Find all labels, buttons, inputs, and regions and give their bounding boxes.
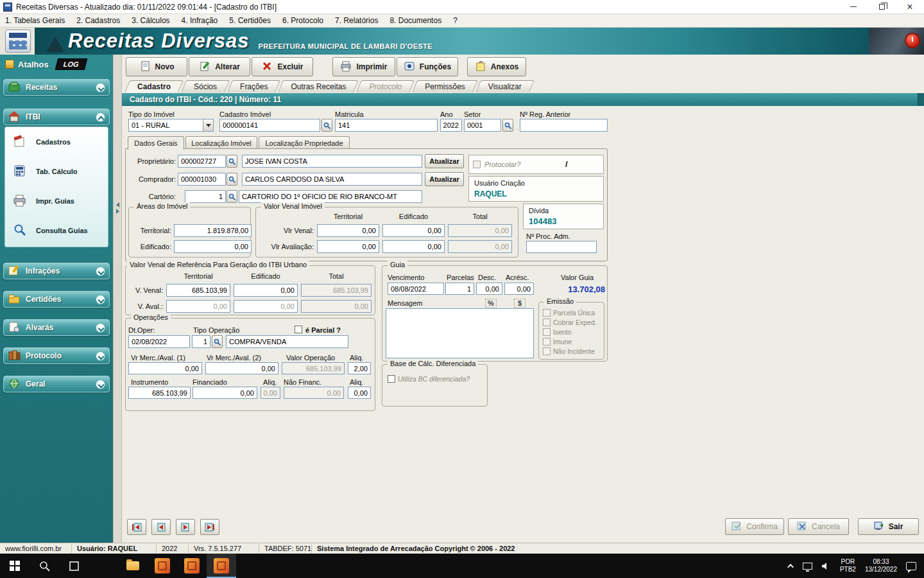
itab-localizacao-propriedade[interactable]: Localização Propriedade	[259, 136, 350, 149]
sidebar-item-geral[interactable]: Geral	[3, 376, 110, 392]
ref-venal-edificado-input[interactable]: 0,00	[234, 284, 298, 297]
action-center-button[interactable]	[902, 554, 924, 578]
comprador-code-input[interactable]: 000001030	[178, 173, 226, 186]
app1-button[interactable]	[148, 554, 177, 578]
ref-venal-territorial-input[interactable]: 685.103,99	[166, 284, 230, 297]
areas-edificado-input[interactable]: 0,00	[174, 240, 252, 253]
sidebar-item-itbi[interactable]: ITBI	[3, 109, 110, 125]
proprietario-search-button[interactable]	[227, 155, 237, 168]
sidebar-item-protocolo[interactable]: Protocolo	[3, 347, 110, 364]
menu-help[interactable]: ?	[453, 16, 458, 25]
nav-first-button[interactable]	[127, 519, 146, 535]
anexos-button[interactable]: Anexos	[467, 57, 526, 76]
excluir-button[interactable]: Excluir	[252, 57, 313, 76]
vvi-aval-edificado-input[interactable]: 0,00	[382, 240, 445, 253]
proprietario-name-input[interactable]: JOSE IVAN COSTA	[242, 155, 422, 168]
cartorio-code-input[interactable]: 1	[185, 190, 226, 203]
restore-button[interactable]	[868, 0, 896, 13]
e-parcial-checkbox[interactable]	[295, 326, 302, 333]
vm1-input[interactable]: 0,00	[128, 362, 202, 374]
proprietario-code-input[interactable]: 000002727	[178, 155, 226, 168]
chevron-down-icon[interactable]	[96, 83, 105, 92]
imprimir-button[interactable]: Imprimir	[332, 57, 395, 76]
menu-cadastros[interactable]: 2. Cadastros	[76, 16, 120, 25]
sidebar-item-receitas[interactable]: Receitas	[3, 79, 110, 96]
vm2-input[interactable]: 0,00	[205, 362, 278, 374]
sidebar-splitter[interactable]	[113, 55, 122, 543]
menu-relatorios[interactable]: 7. Relatórios	[335, 16, 378, 25]
cadastro-imovel-input[interactable]: 000000141	[219, 119, 320, 132]
taskbar-search-button[interactable]	[30, 554, 59, 578]
ref-aval-edificado-input[interactable]: 0,00	[234, 300, 298, 313]
tipo-imovel-select[interactable]: 01 - RURAL	[128, 119, 214, 132]
instrumento-input[interactable]: 685.103,99	[128, 387, 191, 399]
ano-input[interactable]: 2022	[440, 119, 462, 132]
nav-prior-button[interactable]	[151, 519, 171, 535]
tipo-operacao-name-input[interactable]: COMPRA/VENDA	[226, 335, 348, 348]
menu-infracao[interactable]: 4. Infração	[182, 16, 218, 25]
chevron-down-icon[interactable]	[96, 323, 105, 333]
tab-cadastro[interactable]: Cadastro	[127, 80, 181, 92]
dropdown-arrow-icon[interactable]	[203, 119, 213, 131]
menu-protocolo[interactable]: 6. Protocolo	[282, 16, 323, 25]
submenu-item-tab-calculo[interactable]: Tab. Cálculo	[5, 161, 108, 182]
acresc-input[interactable]: 0,00	[504, 283, 534, 295]
tab-fracoes[interactable]: Frações	[230, 80, 278, 92]
ref-aval-territorial-input[interactable]: 0,00	[166, 300, 230, 313]
vvi-venal-edificado-input[interactable]: 0,00	[382, 224, 445, 237]
itab-dados-gerais[interactable]: Dados Gerais	[128, 136, 184, 150]
nav-last-button[interactable]	[200, 519, 219, 535]
reg-anterior-input[interactable]	[520, 119, 608, 132]
power-button-icon[interactable]	[905, 33, 920, 48]
browser-button[interactable]	[89, 554, 118, 578]
nav-next-button[interactable]	[176, 519, 195, 535]
areas-territorial-input[interactable]: 1.819.878,00	[174, 224, 252, 237]
desc-input[interactable]: 0,00	[476, 283, 502, 295]
sidebar-item-certidoes[interactable]: Certidões	[3, 291, 110, 308]
volume-button[interactable]	[817, 554, 835, 578]
chevron-down-icon[interactable]	[96, 351, 105, 361]
hidden-icons-button[interactable]	[785, 554, 798, 578]
comprador-atualizar-button[interactable]: Atualizar	[425, 172, 464, 186]
funcoes-button[interactable]: Funções	[397, 57, 458, 76]
clock[interactable]: 08:33 13/12/2022	[860, 554, 902, 578]
tab-socios[interactable]: Sócios	[184, 80, 227, 92]
network-button[interactable]	[798, 554, 817, 578]
tipo-operacao-search-button[interactable]	[212, 335, 223, 348]
vvi-aval-territorial-input[interactable]: 0,00	[317, 240, 379, 253]
tab-permissoes[interactable]: Permissões	[415, 80, 475, 92]
itab-localizacao-imovel[interactable]: Localização Imóvel	[185, 136, 257, 149]
chevron-down-icon[interactable]	[96, 295, 105, 304]
submenu-item-cadastros[interactable]: Cadastros	[5, 131, 108, 153]
proc-adm-input[interactable]	[526, 241, 597, 253]
setor-search-button[interactable]	[502, 119, 513, 132]
alterar-button[interactable]: Alterar	[189, 57, 250, 76]
financiado-input[interactable]: 0,00	[193, 387, 257, 399]
setor-input[interactable]: 0001	[464, 119, 501, 132]
app3-button-active[interactable]	[207, 554, 236, 578]
chevron-up-icon[interactable]	[96, 112, 105, 122]
mensagem-textarea[interactable]	[386, 308, 534, 358]
menu-tabelas-gerais[interactable]: 1. Tabelas Gerais	[5, 16, 65, 25]
sidebar-item-alvaras[interactable]: Alvarás	[3, 319, 110, 336]
aliq1-input[interactable]: 2,00	[348, 362, 371, 374]
submenu-item-consulta-guias[interactable]: Consulta Guias	[5, 220, 108, 241]
parcelas-input[interactable]: 1	[445, 283, 474, 295]
cartorio-search-button[interactable]	[227, 190, 237, 203]
start-button[interactable]	[0, 554, 30, 578]
tipo-operacao-code-input[interactable]: 1	[192, 335, 210, 348]
bc-diferenciada-checkbox[interactable]	[388, 375, 395, 383]
percent-button[interactable]: %	[485, 299, 497, 308]
comprador-search-button[interactable]	[227, 173, 237, 186]
aliq3-input[interactable]: 0,00	[348, 387, 371, 399]
menu-documentos[interactable]: 8. Documentos	[389, 16, 441, 25]
proprietario-atualizar-button[interactable]: Atualizar	[425, 154, 464, 168]
chevron-down-icon[interactable]	[96, 267, 105, 276]
matricula-input[interactable]: 141	[335, 119, 438, 132]
chevron-down-icon[interactable]	[96, 380, 105, 389]
comprador-name-input[interactable]: CARLOS CARDOSO DA SILVA	[242, 173, 422, 186]
close-button[interactable]: ×	[896, 0, 924, 13]
menu-calculos[interactable]: 3. Cálculos	[132, 16, 169, 25]
sair-button[interactable]: Sair	[858, 518, 919, 535]
file-explorer-button[interactable]	[118, 554, 148, 578]
